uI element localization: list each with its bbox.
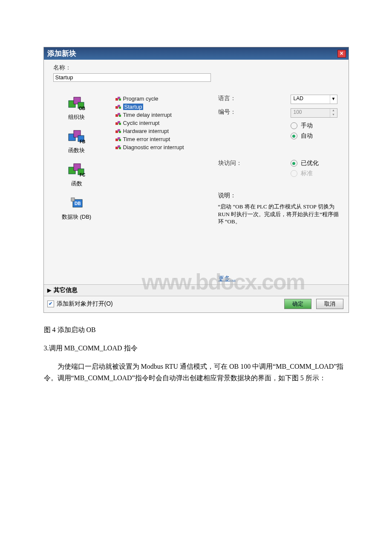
name-label: 名称： [53, 64, 339, 72]
dialog-body: OB 组织块 FB 函数块 FC 函数 [44, 85, 349, 284]
expand-caret-icon: ▶ [47, 287, 51, 293]
figure-caption: 图 4 添加启动 OB [44, 324, 349, 335]
svg-rect-17 [119, 98, 121, 101]
db-block-icon: DB [67, 195, 86, 211]
tile-db[interactable]: DB 数据块 (DB) [53, 195, 100, 228]
ob-icon [115, 129, 121, 134]
access-optimized-radio[interactable]: 已优化 [291, 159, 339, 167]
svg-text:DB: DB [75, 201, 81, 206]
ob-item-time-error[interactable]: Time error interrupt [115, 135, 216, 143]
radio-selected-icon [291, 133, 297, 139]
spin-down-icon[interactable]: ▼ [330, 113, 337, 117]
tile-caption: 函数块 [53, 147, 100, 154]
properties-column: 语言： LAD ▼ 编号： 100 ▲ [216, 85, 339, 284]
watermark-text: www.bdocx.com [142, 269, 305, 295]
language-select[interactable]: LAD ▼ [291, 95, 337, 104]
number-spinner[interactable]: 100 ▲ ▼ [291, 108, 337, 118]
dialog-title: 添加新块 [47, 49, 76, 58]
svg-rect-20 [119, 107, 121, 109]
svg-rect-26 [119, 123, 121, 125]
svg-rect-29 [119, 131, 121, 133]
ob-item-time-delay[interactable]: Time delay interrupt [115, 111, 216, 119]
description-label: 说明： [218, 192, 339, 199]
ob-type-list: Program cycle Startup Time delay interru… [100, 85, 216, 284]
ob-block-icon: OB [67, 95, 86, 111]
access-standard-radio[interactable]: 标准 [291, 170, 339, 177]
svg-rect-32 [119, 139, 121, 141]
fb-block-icon: FB [67, 129, 86, 144]
mode-auto-radio[interactable]: 自动 [291, 132, 339, 140]
svg-text:OB: OB [79, 106, 85, 111]
svg-rect-35 [119, 147, 121, 149]
document-body: 图 4 添加启动 OB 3.调用 MB_COMM_LOAD 指令 为使端口一启动… [44, 324, 349, 384]
ok-button[interactable]: 确定 [284, 299, 311, 309]
dialog-footer: ✔ 添加新对象并打开(O) 确定 取消 [44, 296, 349, 312]
svg-text:FB: FB [80, 139, 85, 144]
close-icon[interactable]: × [337, 50, 346, 58]
ob-item-cyclic[interactable]: Cyclic interrupt [115, 119, 216, 127]
ob-item-program-cycle[interactable]: Program cycle [115, 95, 216, 103]
radio-icon [291, 122, 297, 129]
name-input[interactable]: Startup [53, 73, 211, 82]
ob-item-diag-error[interactable]: Diagnostic error interrupt [115, 143, 216, 151]
description-text: “启动 ”OB 将在 PLC 的工作模式从 STOP 切换为 RUN 时执行一次… [218, 203, 339, 225]
svg-rect-13 [71, 198, 75, 201]
checkbox-checked-icon: ✔ [47, 301, 54, 307]
mode-manual-radio[interactable]: 手动 [291, 122, 339, 130]
svg-rect-23 [119, 115, 121, 117]
svg-text:FC: FC [80, 173, 85, 177]
access-label: 块访问： [218, 159, 291, 180]
add-block-dialog: 添加新块 × 名称： Startup OB 组织块 FB 函数块 [43, 47, 349, 313]
tile-fc[interactable]: FC 函数 [53, 162, 100, 195]
tile-caption: 数据块 (DB) [53, 213, 100, 221]
ob-icon [115, 137, 121, 142]
ob-icon [115, 121, 121, 126]
step-heading: 3.调用 MB_COMM_LOAD 指令 [44, 342, 349, 354]
radio-disabled-icon [291, 170, 297, 177]
tile-fb[interactable]: FB 函数块 [53, 129, 100, 162]
add-and-open-checkbox[interactable]: ✔ 添加新对象并打开(O) [47, 300, 113, 308]
number-label: 编号： [218, 108, 291, 118]
language-label: 语言： [218, 95, 291, 104]
ob-icon [115, 145, 121, 150]
ob-icon [115, 113, 121, 118]
dialog-titlebar: 添加新块 × [44, 47, 349, 60]
tile-ob[interactable]: OB 组织块 [53, 95, 100, 129]
spin-up-icon[interactable]: ▲ [330, 109, 337, 113]
paragraph: 为使端口一启动就被设置为 Modbus RTU 通信模式，可在 OB 100 中… [44, 361, 349, 384]
ob-icon [115, 104, 121, 110]
radio-selected-icon [291, 160, 297, 167]
tile-caption: 函数 [53, 180, 100, 188]
ob-item-hardware[interactable]: Hardware interrupt [115, 127, 216, 135]
block-type-column: OB 组织块 FB 函数块 FC 函数 [53, 85, 100, 284]
tile-caption: 组织块 [53, 113, 100, 121]
cancel-button[interactable]: 取消 [316, 299, 343, 309]
chevron-down-icon: ▼ [330, 95, 337, 104]
ob-icon [115, 96, 121, 101]
fc-block-icon: FC [67, 162, 86, 177]
ob-item-startup[interactable]: Startup [115, 103, 216, 111]
